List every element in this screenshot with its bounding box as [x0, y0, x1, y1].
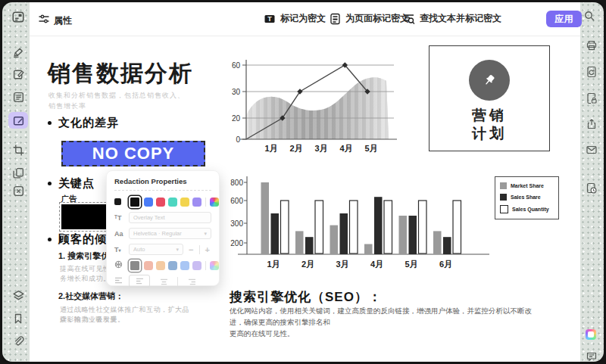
no-copy-redaction-mark[interactable]: NO COPY — [61, 141, 205, 166]
pages-icon[interactable] — [11, 166, 25, 179]
share-icon[interactable] — [585, 117, 598, 131]
font-icon: Aa — [114, 230, 125, 238]
ai-assistant-icon[interactable] — [586, 329, 596, 340]
svg-text:4月: 4月 — [339, 144, 352, 153]
item2-body-2: 众，推动业务发展。 — [60, 315, 196, 325]
pm-separator — [199, 245, 200, 254]
svg-text:600: 600 — [230, 197, 243, 205]
custom-text-color-wheel[interactable] — [210, 261, 219, 270]
item1-body-2: 务增长和成功。 — [60, 274, 111, 284]
properties-sliders-icon[interactable] — [37, 12, 51, 26]
fill-color-icon — [114, 198, 125, 205]
crop-icon[interactable] — [11, 143, 25, 157]
svg-text:6月: 6月 — [439, 260, 452, 269]
overlay-text-row: ᵀT Overlay Text — [114, 212, 211, 223]
page-redaction-button[interactable]: 为页面标记密文 — [330, 12, 409, 25]
section-culture: 文化的差异 — [48, 116, 119, 130]
attachment-icon[interactable] — [11, 334, 25, 348]
color-swatch[interactable] — [192, 198, 201, 207]
apply-button[interactable]: 应用 — [546, 11, 582, 27]
layers-icon[interactable] — [11, 288, 25, 302]
text-color-icon — [114, 260, 125, 270]
chevron-down-icon: ▾ — [176, 247, 179, 253]
color-swatch[interactable] — [129, 196, 141, 208]
popup-title: Redaction Properties — [114, 177, 211, 185]
document-subtitle-2: 销售增长率 — [48, 101, 86, 111]
custom-color-wheel[interactable] — [210, 198, 219, 207]
svg-text:300: 300 — [230, 219, 243, 228]
mark-redaction-button[interactable]: T 标记为密文 — [264, 12, 326, 25]
item2-title: 2.社交媒体营销： — [58, 291, 123, 302]
printer-icon[interactable] — [585, 39, 598, 52]
svg-text:200: 200 — [230, 239, 243, 247]
highlighter-icon[interactable] — [11, 45, 25, 58]
svg-text:3月: 3月 — [314, 144, 327, 153]
decrease-size-button[interactable]: − — [187, 245, 195, 254]
search-icon[interactable] — [583, 9, 596, 23]
font-select[interactable]: Helvetica · Regular▾ — [129, 228, 211, 239]
svg-text:1月: 1月 — [267, 260, 280, 269]
svg-text:20: 20 — [232, 114, 241, 123]
document-title: 销售数据分析 — [48, 58, 193, 89]
color-swatch[interactable] — [192, 261, 201, 270]
file-refresh-icon[interactable] — [585, 65, 598, 79]
app-window: 属性 T 标记为密文 为页面标记密文 查找文本并标记密文 应用 — [0, 0, 606, 364]
svg-text:1月: 1月 — [264, 144, 277, 153]
text-color-row — [114, 260, 211, 271]
font-row: Aa Helvetica · Regular▾ — [114, 228, 211, 239]
svg-text:30: 30 — [232, 88, 241, 96]
search-text-icon — [403, 13, 415, 25]
sales-line-chart: 02030601月2月3月4月5月 — [226, 42, 411, 155]
mail-icon[interactable] — [585, 143, 598, 157]
comment-icon[interactable] — [585, 350, 598, 363]
find-redaction-button[interactable]: 查找文本并标记密文 — [403, 12, 501, 25]
sales-bar-chart: 2003006008001月2月3月4月5月6月 — [226, 170, 495, 276]
align-center-button[interactable] — [154, 275, 173, 288]
alignment-icon — [114, 277, 125, 285]
bookmark-icon[interactable] — [11, 312, 25, 325]
svg-text:5月: 5月 — [405, 260, 417, 269]
page-redact-icon — [330, 13, 341, 25]
chevron-down-icon: ▾ — [204, 231, 207, 237]
align-left-button[interactable] — [129, 275, 150, 288]
redaction-tool-icon[interactable] — [11, 114, 25, 127]
font-size-icon: T▾ — [114, 246, 125, 254]
fill-color-chips — [129, 196, 201, 208]
chart-legend: Market ShareSales ShareSales Quantity — [495, 176, 559, 219]
legend-item: Sales Quantity — [500, 205, 554, 213]
font-size-select[interactable]: Auto▾ — [129, 244, 183, 255]
svg-text:60: 60 — [232, 61, 241, 70]
color-swatch[interactable] — [144, 261, 153, 270]
align-right-button[interactable] — [182, 275, 201, 288]
note-edit-icon[interactable] — [11, 67, 25, 81]
redaction-properties-popup: Redaction Properties ᵀT Overlay Text Aa … — [106, 170, 220, 286]
increase-size-button[interactable]: + — [204, 245, 212, 254]
color-swatch[interactable] — [168, 261, 177, 270]
svg-text:2月: 2月 — [289, 144, 302, 153]
align-separator — [177, 277, 178, 286]
file-history-icon[interactable] — [585, 182, 598, 195]
seo-body: 优化网站内容，使用相关关键词，建立高质量的反向链接，增强用户体验，并监控分析以不… — [230, 305, 536, 339]
legend-swatch — [500, 182, 507, 189]
color-swatch[interactable] — [168, 198, 177, 207]
delete-box-icon[interactable] — [11, 184, 25, 198]
color-swatch[interactable] — [156, 261, 165, 270]
fill-color-row — [114, 196, 211, 207]
color-swatch[interactable] — [156, 198, 165, 207]
section-keypoints: 关键点 — [48, 176, 95, 191]
svg-text:T: T — [267, 15, 272, 23]
document-subtitle-1: 收集和分析销售数据，包括总销售收入、 — [48, 91, 185, 101]
color-swatch[interactable] — [144, 198, 153, 207]
ad-label: 广告 — [61, 194, 77, 204]
overlay-text-input[interactable]: Overlay Text — [129, 212, 211, 223]
legend-item: Market Share — [500, 182, 554, 189]
svg-text:4月: 4月 — [370, 260, 383, 269]
color-swatch[interactable] — [129, 260, 141, 272]
color-swatch[interactable] — [180, 261, 189, 270]
bullet-dot — [48, 182, 52, 185]
reader-view-icon[interactable] — [11, 90, 25, 104]
color-swatch[interactable] — [180, 198, 189, 207]
sidebar-toggle-icon[interactable] — [11, 10, 25, 23]
pushpin-icon — [480, 71, 498, 89]
file-lock-icon[interactable] — [585, 92, 598, 105]
